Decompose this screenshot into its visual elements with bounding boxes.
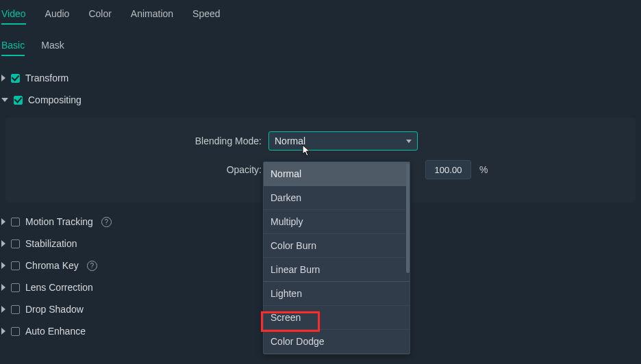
section-label: Compositing	[28, 94, 81, 105]
menu-item-linear-burn[interactable]: Linear Burn	[264, 258, 410, 282]
chevron-right-icon	[1, 328, 5, 335]
chevron-down-icon	[406, 140, 412, 143]
section-transform[interactable]: Transform	[0, 67, 641, 89]
blending-mode-row: Blending Mode: Normal	[21, 131, 620, 151]
blending-mode-dropdown[interactable]: Normal	[268, 131, 418, 151]
blending-mode-value: Normal	[275, 135, 305, 146]
tab-audio[interactable]: Audio	[45, 8, 70, 25]
help-icon[interactable]: ?	[87, 261, 97, 271]
menu-item-multiply[interactable]: Multiply	[264, 210, 410, 234]
menu-item-normal[interactable]: Normal	[264, 162, 410, 186]
chevron-right-icon	[1, 306, 5, 313]
section-label: Transform	[25, 73, 68, 83]
blending-mode-label: Blending Mode:	[21, 135, 268, 146]
checkbox-transform[interactable]	[11, 74, 20, 83]
section-label: Stabilization	[25, 238, 77, 249]
checkbox-drop-shadow[interactable]	[11, 305, 20, 314]
menu-item-color-burn[interactable]: Color Burn	[264, 234, 410, 258]
chevron-down-icon	[1, 98, 8, 102]
opacity-label: Opacity:	[21, 164, 268, 175]
chevron-right-icon	[1, 262, 5, 269]
section-label: Chroma Key	[25, 260, 79, 271]
subtab-basic[interactable]: Basic	[1, 40, 25, 56]
checkbox-motion-tracking[interactable]	[11, 218, 20, 226]
section-label: Auto Enhance	[25, 326, 86, 337]
section-label: Motion Tracking	[25, 216, 93, 227]
blending-mode-menu[interactable]: Normal Darken Multiply Color Burn Linear…	[263, 161, 410, 354]
opacity-input[interactable]	[425, 160, 471, 179]
checkbox-chroma-key[interactable]	[11, 261, 20, 270]
chevron-right-icon	[1, 218, 5, 225]
tab-speed[interactable]: Speed	[192, 8, 220, 25]
checkbox-auto-enhance[interactable]	[11, 327, 20, 336]
tab-animation[interactable]: Animation	[131, 8, 173, 25]
percent-label: %	[479, 164, 488, 175]
top-tabs: Video Audio Color Animation Speed	[1, 0, 641, 25]
section-compositing[interactable]: Compositing	[0, 89, 641, 111]
tab-video[interactable]: Video	[1, 8, 26, 25]
checkbox-stabilization[interactable]	[11, 239, 20, 248]
section-label: Lens Correction	[25, 282, 93, 293]
section-label: Drop Shadow	[25, 304, 84, 315]
subtab-mask[interactable]: Mask	[41, 40, 64, 56]
help-icon[interactable]: ?	[101, 217, 112, 227]
checkbox-compositing[interactable]	[14, 96, 23, 105]
checkbox-lens-correction[interactable]	[11, 283, 20, 292]
chevron-right-icon	[1, 75, 5, 81]
chevron-right-icon	[1, 240, 5, 247]
sections: Transform Compositing	[0, 56, 641, 111]
menu-item-screen[interactable]: Screen	[264, 306, 410, 330]
tab-color[interactable]: Color	[88, 8, 111, 25]
chevron-right-icon	[1, 284, 5, 291]
menu-item-lighten[interactable]: Lighten	[264, 282, 410, 306]
sub-tabs: Basic Mask	[1, 25, 641, 56]
menu-item-color-dodge[interactable]: Color Dodge	[264, 330, 410, 354]
menu-item-darken[interactable]: Darken	[264, 186, 410, 210]
